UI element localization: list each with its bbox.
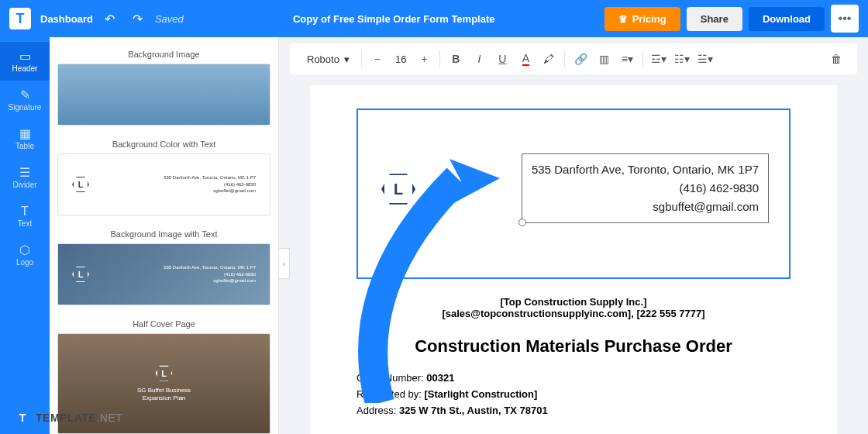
table-icon: ▦: [17, 128, 33, 140]
columns-icon[interactable]: ▥: [594, 49, 614, 69]
font-size-input[interactable]: 16: [391, 53, 411, 65]
hex-logo-icon: L: [72, 266, 89, 283]
template-background-image[interactable]: Background Image: [57, 45, 270, 126]
align-icon[interactable]: ≡▾: [617, 49, 637, 69]
highlight-icon[interactable]: 🖍: [539, 49, 559, 69]
link-icon[interactable]: 🔗: [570, 49, 591, 69]
save-status: Saved: [155, 13, 184, 25]
app-logo[interactable]: T: [9, 8, 31, 29]
divider-icon: ☰: [17, 167, 33, 179]
collapse-sidebar-icon[interactable]: ‹: [279, 248, 290, 279]
indent-icon[interactable]: ☱▾: [695, 49, 715, 69]
company-meta[interactable]: [sales@topconstructionsupplyinc.com], [2…: [356, 308, 790, 319]
canvas-area: Roboto▾ − 16 + B I U A 🖍 🔗 ▥ ≡▾ ☲▾ ☷▾ ☱▾…: [279, 37, 868, 434]
document-title[interactable]: Copy of Free Simple Order Form Template: [190, 13, 598, 25]
download-button[interactable]: Download: [749, 7, 825, 31]
header-icon: ▭: [17, 50, 33, 63]
sidebar-item-table[interactable]: ▦Table: [0, 119, 50, 158]
underline-icon[interactable]: U: [492, 49, 512, 69]
sidebar-item-logo[interactable]: ⬡Logo: [0, 236, 50, 274]
dashboard-link[interactable]: Dashboard: [40, 13, 93, 25]
header-logo[interactable]: L: [381, 172, 415, 206]
font-increase-icon[interactable]: +: [414, 49, 434, 69]
company-name[interactable]: [Top Construction Supply Inc.]: [356, 296, 790, 308]
template-bg-image-text[interactable]: Background Image with Text L 535 Danfort…: [57, 225, 270, 305]
hex-logo-icon: L: [72, 176, 89, 193]
chevron-down-icon: ▾: [344, 53, 350, 65]
contact-email: sgbuffet@gmail.com: [532, 198, 759, 216]
text-toolbar: Roboto▾ − 16 + B I U A 🖍 🔗 ▥ ≡▾ ☲▾ ☷▾ ☱▾…: [290, 43, 857, 74]
document-page[interactable]: L 535 Danforth Ave, Toronto, Ontario, MK…: [310, 85, 837, 434]
font-decrease-icon[interactable]: −: [367, 49, 388, 69]
hex-logo-icon: L: [156, 365, 173, 382]
header-block-selected[interactable]: L 535 Danforth Ave, Toronto, Ontario, MK…: [356, 108, 790, 279]
watermark-logo-icon: T: [14, 409, 31, 426]
contact-phone: (416) 462-9830: [532, 179, 759, 198]
undo-icon[interactable]: ↶: [99, 8, 121, 29]
crown-icon: ♛: [618, 13, 628, 25]
italic-icon[interactable]: I: [469, 49, 489, 69]
resize-handle-icon[interactable]: [518, 219, 526, 226]
text-icon: T: [17, 205, 33, 218]
delete-icon[interactable]: 🗑: [826, 49, 846, 69]
watermark: T TEMPLATE.NET: [14, 409, 122, 426]
sidebar-item-text[interactable]: TText: [0, 197, 50, 236]
left-tool-strip: ▭Header ✎Signature ▦Table ☰Divider TText…: [0, 37, 50, 434]
template-bg-color-text[interactable]: Background Color with Text L 535 Danfort…: [57, 135, 270, 215]
redo-icon[interactable]: ↷: [127, 8, 149, 29]
text-color-icon[interactable]: A: [515, 49, 536, 69]
signature-icon: ✎: [17, 89, 33, 102]
contact-text-box[interactable]: 535 Danforth Ave, Toronto, Ontario, MK 1…: [522, 153, 769, 223]
bold-icon[interactable]: B: [446, 49, 466, 69]
contact-address: 535 Danforth Ave, Toronto, Ontario, MK 1…: [532, 160, 759, 179]
numbered-list-icon[interactable]: ☲▾: [649, 49, 669, 69]
sidebar-item-signature[interactable]: ✎Signature: [0, 81, 50, 119]
logo-icon: ⬡: [17, 244, 33, 257]
document-heading[interactable]: Construction Materials Purchase Order: [356, 336, 790, 356]
sidebar-item-header[interactable]: ▭Header: [0, 42, 50, 81]
font-family-select[interactable]: Roboto▾: [301, 50, 356, 68]
order-details[interactable]: Order Number: 00321 Requested by: [Starl…: [356, 370, 790, 418]
sidebar-item-divider[interactable]: ☰Divider: [0, 158, 50, 197]
share-button[interactable]: Share: [687, 7, 742, 31]
more-menu-icon[interactable]: •••: [831, 5, 859, 33]
pricing-button[interactable]: ♛Pricing: [604, 7, 680, 31]
template-sidebar: Background Image Background Color with T…: [50, 37, 279, 434]
bullet-list-icon[interactable]: ☷▾: [672, 49, 692, 69]
